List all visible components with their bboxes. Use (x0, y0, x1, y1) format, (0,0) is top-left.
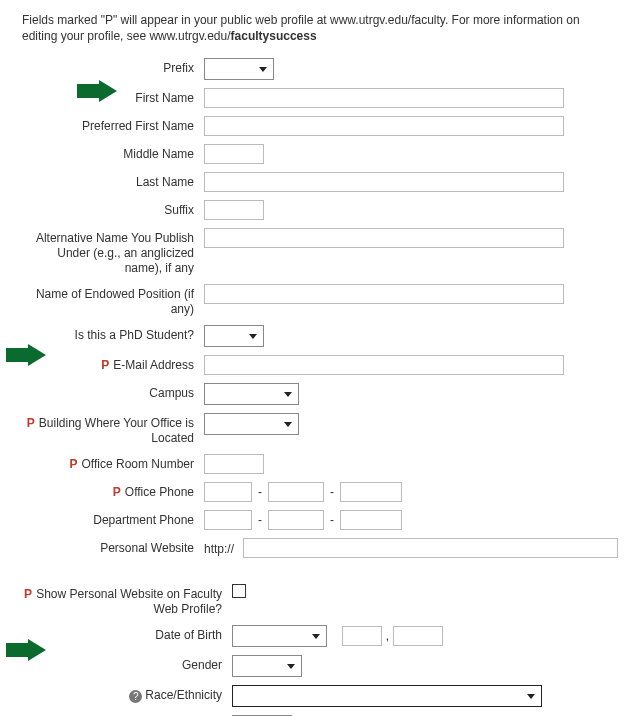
preferred-first-name-input[interactable] (204, 116, 564, 136)
intro-text: Fields marked "P" will appear in your pu… (22, 12, 618, 44)
dob-day-input[interactable] (342, 626, 382, 646)
help-icon[interactable]: ? (129, 690, 142, 703)
dob-year-input[interactable] (393, 626, 443, 646)
first-name-input[interactable] (204, 88, 564, 108)
phd-select[interactable] (204, 325, 264, 347)
office-phone-2[interactable] (268, 482, 324, 502)
last-name-input[interactable] (204, 172, 564, 192)
label-website: Personal Website (22, 538, 204, 556)
middle-name-input[interactable] (204, 144, 264, 164)
label-email: PE-Mail Address (22, 355, 204, 373)
label-office-phone: POffice Phone (22, 482, 204, 500)
endowed-input[interactable] (204, 284, 564, 304)
label-phd: Is this a PhD Student? (22, 325, 204, 343)
label-middle-name: Middle Name (22, 144, 204, 162)
label-suffix: Suffix (22, 200, 204, 218)
suffix-input[interactable] (204, 200, 264, 220)
label-last-name: Last Name (22, 172, 204, 190)
label-dept-phone: Department Phone (22, 510, 204, 528)
label-building: PBuilding Where Your Office is Located (22, 413, 204, 446)
label-gender: Gender (22, 655, 232, 673)
race-select[interactable] (232, 685, 542, 707)
label-prefix: Prefix (22, 58, 204, 76)
label-campus: Campus (22, 383, 204, 401)
email-input[interactable] (204, 355, 564, 375)
label-room: POffice Room Number (22, 454, 204, 472)
alt-name-input[interactable] (204, 228, 564, 248)
label-preferred-first-name: Preferred First Name (22, 116, 204, 134)
website-prefix: http:// (204, 540, 239, 556)
show-website-checkbox[interactable] (232, 584, 246, 598)
building-select[interactable] (204, 413, 299, 435)
dob-month-select[interactable] (232, 625, 327, 647)
label-show-website: PShow Personal Website on Faculty Web Pr… (22, 584, 232, 617)
dob-sep: , (386, 629, 389, 643)
dept-phone-1[interactable] (204, 510, 252, 530)
dept-phone-3[interactable] (340, 510, 402, 530)
office-phone-1[interactable] (204, 482, 252, 502)
prefix-select[interactable] (204, 58, 274, 80)
room-input[interactable] (204, 454, 264, 474)
profile-form: Prefix First Name Preferred First Name M… (22, 58, 618, 716)
office-phone-3[interactable] (340, 482, 402, 502)
label-dob: Date of Birth (22, 625, 232, 643)
label-first-name: First Name (22, 88, 204, 106)
campus-select[interactable] (204, 383, 299, 405)
website-input[interactable] (243, 538, 618, 558)
label-endowed: Name of Endowed Position (if any) (22, 284, 204, 317)
dept-phone-2[interactable] (268, 510, 324, 530)
label-alt-name: Alternative Name You Publish Under (e.g.… (22, 228, 204, 276)
label-race: ?Race/Ethnicity (22, 685, 232, 703)
gender-select[interactable] (232, 655, 302, 677)
